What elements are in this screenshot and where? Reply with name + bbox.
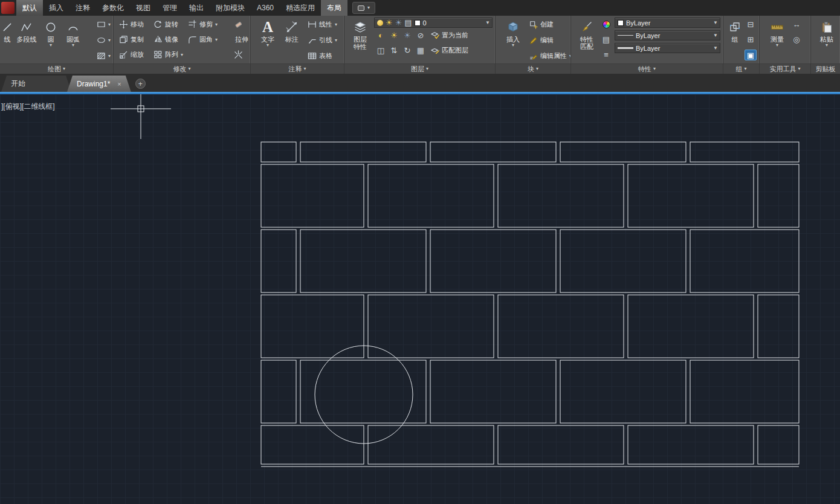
line-button[interactable]: 线 (2, 17, 13, 63)
panel-label-utilities[interactable]: 实用工具▾ (760, 63, 810, 74)
panel-label-properties[interactable]: 特性▾ (571, 63, 723, 74)
explode-button[interactable] (231, 48, 245, 62)
tab-layout[interactable]: 布局 (321, 0, 347, 16)
fillet-icon (188, 35, 197, 44)
lineweight-list-button[interactable]: ≡ (599, 47, 613, 62)
arc-button[interactable]: 圆弧 ▾ (61, 17, 85, 63)
layer-freeze-button[interactable]: ☀ (401, 28, 414, 43)
layer-properties-button[interactable]: 图层 特性 (347, 17, 373, 63)
chevron-down-icon: ▾ (426, 66, 428, 71)
panel-label-layers[interactable]: 图层▾ (344, 63, 495, 74)
paste-button[interactable]: 粘贴 ▾ (815, 17, 839, 63)
linetype-dropdown[interactable]: ByLayer ▼ (615, 30, 720, 40)
tab-home[interactable]: 默认 (16, 0, 43, 16)
measure-icon (771, 19, 784, 36)
tab-insert[interactable]: 插入 (43, 0, 69, 16)
layer-color-swatch (415, 20, 421, 26)
group-button[interactable]: 组 (726, 17, 744, 63)
tab-output[interactable]: 输出 (183, 0, 210, 16)
panel-label-block[interactable]: 块▾ (496, 63, 570, 74)
fillet-button[interactable]: 圆角▾ (187, 32, 231, 47)
app-logo-icon[interactable] (1, 2, 15, 14)
panel-label-group[interactable]: 组▾ (723, 63, 759, 74)
trim-button[interactable]: 修剪▾ (187, 17, 231, 32)
tab-parametric[interactable]: 参数化 (96, 0, 130, 16)
chevron-down-icon: ▾ (744, 66, 746, 71)
layer-off-button[interactable]: ◐ (374, 28, 387, 43)
color-wheel-button[interactable] (599, 17, 613, 31)
match-properties-button[interactable]: 特性 匹配 (575, 17, 599, 63)
rectangle-button[interactable]: ▾ (95, 17, 112, 32)
edit-block-button[interactable]: 编辑 (528, 33, 570, 48)
hatch-button[interactable]: ▾ (95, 48, 112, 63)
new-drawing-button[interactable]: + (135, 79, 146, 89)
tab-annotate[interactable]: 注释 (69, 0, 96, 16)
panel-group: 组 ⊟ ⊞ ▣ 组▾ (723, 16, 760, 74)
ellipse-icon (97, 36, 106, 45)
match-layer-icon (431, 47, 439, 55)
plus-icon: + (138, 80, 143, 88)
move-icon (119, 20, 128, 29)
layer-lock-button[interactable]: ⊘ (414, 28, 427, 43)
leader-button[interactable]: 引线▾ (306, 33, 338, 48)
panel-utilities: 测量 ▾ ↔ ◎ 实用工具▾ (760, 16, 811, 74)
object-color-dropdown[interactable]: ByLayer ▼ (615, 18, 720, 28)
ribbon-options-button[interactable]: ▾ (352, 2, 375, 14)
group-selection-toggle[interactable]: ▣ (745, 50, 757, 60)
quick-select-button[interactable]: ↔ (790, 17, 803, 31)
table-button[interactable]: 表格 (306, 48, 338, 63)
insert-block-button[interactable]: 插入 ▾ (500, 17, 526, 63)
stretch-button[interactable]: 拉伸 (231, 32, 246, 47)
panel-properties: 特性 匹配 ▤ ≡ ByLayer ▼ ByLayer ▼ (571, 16, 723, 74)
rotate-button[interactable]: 旋转 (152, 17, 187, 32)
explode-icon (234, 50, 243, 59)
tab-addins[interactable]: 附加模块 (210, 0, 251, 16)
layer-select-dropdown[interactable]: ☀ ☀ ▤ 0 ▼ (374, 18, 493, 28)
close-icon[interactable]: × (117, 80, 121, 88)
mirror-button[interactable]: 镜像 (152, 32, 187, 47)
layer-merge-button[interactable]: ▦ (414, 44, 427, 58)
tab-a360[interactable]: A360 (251, 0, 280, 16)
file-tab-drawing1[interactable]: Drawing1* × (67, 76, 131, 92)
dimension-button[interactable]: 标注 (280, 17, 304, 63)
ellipse-button[interactable]: ▾ (95, 33, 112, 48)
text-button[interactable]: A 文字 ▾ (256, 17, 280, 63)
tab-featured-apps[interactable]: 精选应用 (280, 0, 321, 16)
linear-dimension-icon (308, 20, 317, 29)
linetype-list-button[interactable]: ▤ (599, 32, 613, 47)
layer-unlock-button[interactable]: ◫ (374, 44, 387, 58)
group-edit-button[interactable]: ⊞ (744, 32, 757, 47)
circle-button[interactable]: 圆 ▾ (40, 17, 61, 63)
file-tab-start[interactable]: 开始 (1, 76, 71, 92)
drawing-canvas[interactable]: ][俯视][二维线框] (0, 94, 840, 504)
panel-label-annotation[interactable]: 注释▾ (251, 63, 344, 74)
tab-view[interactable]: 视图 (130, 0, 157, 16)
id-point-button[interactable]: ◎ (790, 32, 803, 47)
linear-dimension-button[interactable]: 线性▾ (306, 17, 338, 32)
layer-restore-button[interactable]: ↻ (401, 44, 414, 58)
polyline-button[interactable]: 多段线 (13, 17, 40, 63)
tab-manage[interactable]: 管理 (157, 0, 183, 16)
layer-state-button[interactable]: ⇅ (387, 44, 401, 58)
measure-button[interactable]: 测量 ▾ (764, 17, 790, 63)
chevron-down-icon: ▾ (512, 43, 514, 48)
array-icon (153, 50, 163, 59)
chevron-down-icon: ▼ (485, 20, 490, 25)
layer-on-bulb-icon (377, 20, 383, 26)
create-block-button[interactable]: 创建 (528, 17, 570, 32)
array-button[interactable]: 阵列▾ (152, 47, 187, 62)
layer-isolate-button[interactable]: ☀ (387, 28, 401, 43)
edit-attributes-button[interactable]: 编辑属性▾ (528, 48, 570, 63)
viewport-controls-label[interactable]: ][俯视][二维线框] (1, 102, 55, 112)
lineweight-dropdown[interactable]: ByLayer ▼ (615, 43, 720, 53)
panel-label-draw[interactable]: 绘图▾ (0, 63, 113, 74)
match-layer-button[interactable]: 匹配图层 (430, 43, 470, 58)
panel-label-modify[interactable]: 修改▾ (114, 63, 250, 74)
ungroup-button[interactable]: ⊟ (744, 17, 757, 31)
panel-label-clipboard[interactable]: 剪贴板 (811, 63, 840, 74)
move-button[interactable]: 移动 (118, 17, 152, 32)
erase-button[interactable] (231, 18, 245, 32)
set-current-layer-button[interactable]: 置为当前 (430, 28, 470, 43)
copy-button[interactable]: 复制 (118, 32, 152, 47)
scale-button[interactable]: 缩放 (118, 47, 152, 62)
